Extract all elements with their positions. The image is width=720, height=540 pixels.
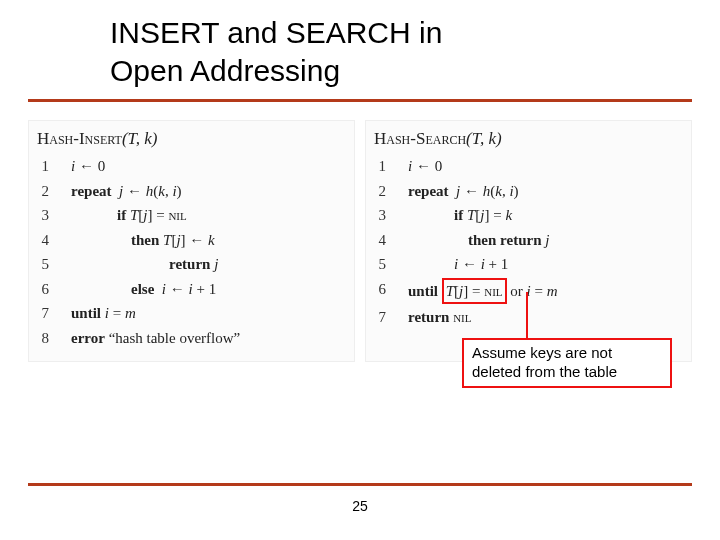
note-line-1: Assume keys are not: [472, 344, 612, 361]
slide-title: INSERT and SEARCH in Open Addressing: [0, 0, 720, 99]
title-line-1: INSERT and SEARCH in: [110, 16, 442, 49]
line-number: 5: [374, 253, 390, 278]
highlighted-condition: T[j] = nil: [442, 278, 507, 305]
hash-insert-name: Hash-Insert: [37, 129, 122, 148]
code-line: repeat j ← h(k, i): [53, 180, 244, 205]
code-line: return j: [53, 253, 244, 278]
code-line: error “hash table overflow”: [53, 327, 244, 352]
line-number: 2: [374, 180, 390, 205]
line-number: 7: [37, 302, 53, 327]
code-line: i ← 0: [390, 155, 562, 180]
hash-insert-args: (T, k): [122, 129, 158, 148]
hash-insert-header: Hash-Insert(T, k): [37, 129, 346, 149]
hash-search-header: Hash-Search(T, k): [374, 129, 683, 149]
code-line: until i = m: [53, 302, 244, 327]
hash-insert-code: 1 i ← 0 2 repeat j ← h(k, i) 3 if T[j] =…: [37, 155, 244, 351]
code-line: if T[j] = k: [390, 204, 562, 229]
line-number: 4: [374, 229, 390, 254]
line-number: 1: [374, 155, 390, 180]
line-number: 6: [37, 278, 53, 303]
callout-note: Assume keys are not deleted from the tab…: [462, 338, 672, 388]
line-number: 3: [37, 204, 53, 229]
hash-insert-pane: Hash-Insert(T, k) 1 i ← 0 2 repeat j ← h…: [28, 120, 355, 362]
code-line: i ← i + 1: [390, 253, 562, 278]
line-number: 8: [37, 327, 53, 352]
line-number: 1: [37, 155, 53, 180]
title-line-2: Open Addressing: [110, 54, 340, 87]
line-number: 3: [374, 204, 390, 229]
code-line: i ← 0: [53, 155, 244, 180]
hash-search-args: (T, k): [466, 129, 502, 148]
line-number: 6: [374, 278, 390, 307]
line-number: 5: [37, 253, 53, 278]
line-number: 7: [374, 306, 390, 331]
code-line: repeat j ← h(k, i): [390, 180, 562, 205]
line-number: 2: [37, 180, 53, 205]
footer-divider: [28, 483, 692, 486]
callout-connector: [526, 292, 540, 340]
code-line: else i ← i + 1: [53, 278, 244, 303]
code-line: then return j: [390, 229, 562, 254]
code-line: if T[j] = nil: [53, 204, 244, 229]
hash-search-name: Hash-Search: [374, 129, 466, 148]
page-number: 25: [0, 498, 720, 514]
line-number: 4: [37, 229, 53, 254]
code-line: then T[j] ← k: [53, 229, 244, 254]
note-line-2: deleted from the table: [472, 363, 617, 380]
content-area: Hash-Insert(T, k) 1 i ← 0 2 repeat j ← h…: [0, 102, 720, 362]
